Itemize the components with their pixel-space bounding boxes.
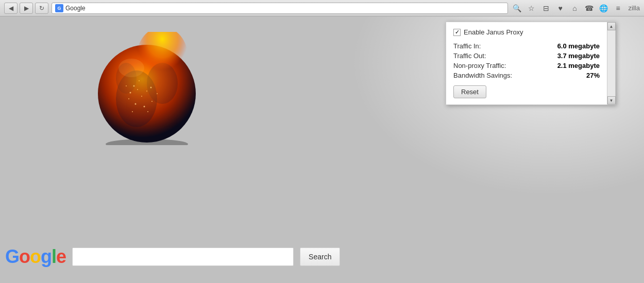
popup-scrollbar: ▲ ▼ — [607, 22, 615, 104]
stats-row-traffic-out: Traffic Out: 3.7 megabyte — [453, 52, 600, 60]
site-favicon: G — [55, 4, 63, 12]
enable-janus-row: ✓ Enable Janus Proxy — [453, 28, 600, 36]
google-logo-l: l — [52, 246, 56, 267]
janus-popup: ✓ Enable Janus Proxy Traffic In: 6.0 meg… — [446, 22, 616, 105]
address-bar[interactable]: G Google — [52, 3, 508, 14]
nonproxy-traffic-value: 2.1 megabyte — [557, 62, 600, 69]
google-logo: Google — [5, 246, 66, 268]
reset-button[interactable]: Reset — [453, 85, 486, 98]
address-text: Google — [65, 5, 86, 12]
traffic-in-value: 6.0 megabyte — [557, 42, 600, 50]
extensions-icon[interactable]: 🌐 — [598, 3, 610, 14]
bookmarks-star-icon[interactable]: ☆ — [526, 3, 538, 14]
stats-table: Traffic In: 6.0 megabyte Traffic Out: 3.… — [453, 42, 600, 79]
google-logo-o1: o — [19, 246, 30, 267]
forward-button[interactable]: ▶ — [20, 3, 33, 14]
phone-icon[interactable]: ☎ — [583, 3, 596, 14]
firefox-text-label: zilla — [629, 4, 640, 12]
toolbar-right: 🔍 ☆ ⊟ ♥ ⌂ ☎ 🌐 ≡ zilla — [511, 3, 640, 14]
traffic-out-value: 3.7 megabyte — [557, 52, 600, 60]
google-logo-g: G — [5, 246, 19, 267]
popup-content: ✓ Enable Janus Proxy Traffic In: 6.0 meg… — [446, 22, 607, 104]
google-logo-o2: o — [30, 246, 41, 267]
back-button[interactable]: ◀ — [4, 3, 18, 14]
nav-buttons: ◀ ▶ ↻ — [4, 3, 48, 14]
scrollbar-up-button[interactable]: ▲ — [607, 22, 616, 30]
nonproxy-traffic-label: Non-proxy Traffic: — [453, 62, 506, 69]
page-content: ✓ Enable Janus Proxy Traffic In: 6.0 meg… — [0, 16, 644, 283]
svg-point-23 — [118, 59, 144, 77]
scrollbar-down-button[interactable]: ▼ — [607, 96, 616, 104]
google-search-area: Google Search — [5, 246, 340, 268]
google-search-input[interactable] — [72, 247, 294, 266]
google-search-button[interactable]: Search — [300, 247, 340, 266]
traffic-in-label: Traffic In: — [453, 42, 481, 50]
bandwidth-savings-value: 27% — [586, 72, 600, 79]
enable-janus-label: Enable Janus Proxy — [464, 28, 523, 36]
svg-point-22 — [98, 45, 196, 143]
home-icon[interactable]: ⌂ — [569, 3, 581, 14]
enable-janus-checkbox[interactable]: ✓ — [453, 29, 461, 36]
pocket-icon[interactable]: ♥ — [554, 3, 567, 14]
stats-row-bandwidth-savings: Bandwidth Savings: 27% — [453, 72, 600, 79]
stats-row-nonproxy-traffic: Non-proxy Traffic: 2.1 megabyte — [453, 62, 600, 69]
google-logo-g2: g — [41, 246, 52, 267]
browser-search-icon[interactable]: 🔍 — [511, 3, 523, 14]
refresh-button[interactable]: ↻ — [35, 3, 48, 14]
bookmarks-list-icon[interactable]: ⊟ — [540, 3, 552, 14]
firefox-globe — [90, 32, 204, 145]
traffic-out-label: Traffic Out: — [453, 52, 486, 60]
address-bar-wrapper: G Google — [52, 3, 508, 14]
browser-toolbar: ◀ ▶ ↻ G Google 🔍 ☆ ⊟ ♥ ⌂ ☎ 🌐 ≡ zilla — [0, 0, 644, 16]
bandwidth-savings-label: Bandwidth Savings: — [453, 72, 512, 79]
menu-icon[interactable]: ≡ — [612, 3, 624, 14]
google-logo-e: e — [56, 246, 66, 267]
stats-row-traffic-in: Traffic In: 6.0 megabyte — [453, 42, 600, 50]
scrollbar-track — [607, 30, 615, 96]
